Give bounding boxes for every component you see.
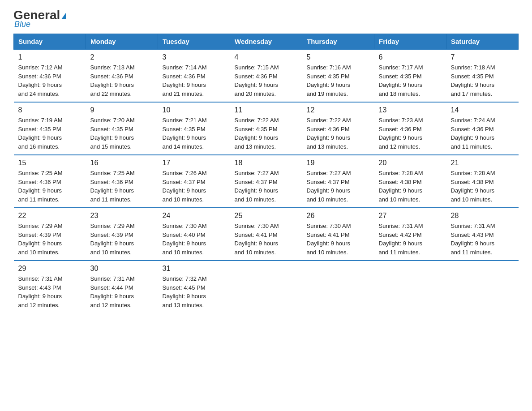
calendar-cell: 14 Sunrise: 7:24 AM Sunset: 4:36 PM Dayl… (446, 102, 519, 155)
day-number: 15 (18, 159, 82, 167)
day-info: Sunrise: 7:18 AM Sunset: 4:35 PM Dayligh… (451, 63, 514, 98)
day-info: Sunrise: 7:22 AM Sunset: 4:36 PM Dayligh… (307, 116, 370, 151)
day-info: Sunrise: 7:16 AM Sunset: 4:35 PM Dayligh… (307, 63, 370, 98)
calendar-cell (374, 261, 446, 313)
day-number: 8 (18, 106, 82, 114)
calendar-cell: 26 Sunrise: 7:30 AM Sunset: 4:41 PM Dayl… (302, 208, 374, 261)
day-info: Sunrise: 7:22 AM Sunset: 4:35 PM Dayligh… (235, 116, 298, 151)
weekday-header-wednesday: Wednesday (230, 34, 302, 50)
weekday-header-row: SundayMondayTuesdayWednesdayThursdayFrid… (14, 34, 519, 50)
logo-sub: Blue (14, 20, 30, 29)
calendar-cell: 30 Sunrise: 7:31 AM Sunset: 4:44 PM Dayl… (86, 261, 158, 313)
page-header: General Blue (13, 9, 519, 29)
calendar-cell: 18 Sunrise: 7:27 AM Sunset: 4:37 PM Dayl… (230, 155, 302, 208)
calendar-cell: 23 Sunrise: 7:29 AM Sunset: 4:39 PM Dayl… (86, 208, 158, 261)
day-number: 18 (235, 159, 298, 167)
week-row-5: 29 Sunrise: 7:31 AM Sunset: 4:43 PM Dayl… (14, 261, 519, 313)
day-info: Sunrise: 7:25 AM Sunset: 4:36 PM Dayligh… (18, 169, 82, 204)
day-number: 6 (379, 53, 442, 61)
weekday-header-sunday: Sunday (14, 34, 86, 50)
calendar-cell: 19 Sunrise: 7:27 AM Sunset: 4:37 PM Dayl… (302, 155, 374, 208)
day-info: Sunrise: 7:31 AM Sunset: 4:44 PM Dayligh… (90, 274, 154, 309)
day-info: Sunrise: 7:30 AM Sunset: 4:40 PM Dayligh… (163, 222, 226, 257)
calendar-cell: 6 Sunrise: 7:17 AM Sunset: 4:35 PM Dayli… (374, 49, 446, 102)
day-info: Sunrise: 7:17 AM Sunset: 4:35 PM Dayligh… (379, 63, 442, 98)
day-number: 5 (307, 53, 370, 61)
day-info: Sunrise: 7:15 AM Sunset: 4:36 PM Dayligh… (235, 63, 298, 98)
week-row-2: 8 Sunrise: 7:19 AM Sunset: 4:35 PM Dayli… (14, 102, 519, 155)
day-info: Sunrise: 7:32 AM Sunset: 4:45 PM Dayligh… (163, 274, 226, 309)
calendar-body: 1 Sunrise: 7:12 AM Sunset: 4:36 PM Dayli… (14, 49, 519, 313)
day-number: 27 (379, 212, 442, 220)
weekday-header-thursday: Thursday (302, 34, 374, 50)
weekday-header-monday: Monday (86, 34, 158, 50)
day-number: 16 (90, 159, 154, 167)
day-info: Sunrise: 7:31 AM Sunset: 4:43 PM Dayligh… (18, 274, 82, 309)
day-info: Sunrise: 7:24 AM Sunset: 4:36 PM Dayligh… (451, 116, 514, 151)
calendar-cell (230, 261, 302, 313)
day-info: Sunrise: 7:12 AM Sunset: 4:36 PM Dayligh… (18, 63, 82, 98)
calendar-cell: 15 Sunrise: 7:25 AM Sunset: 4:36 PM Dayl… (14, 155, 86, 208)
day-info: Sunrise: 7:31 AM Sunset: 4:43 PM Dayligh… (451, 222, 514, 257)
calendar-cell: 9 Sunrise: 7:20 AM Sunset: 4:35 PM Dayli… (86, 102, 158, 155)
day-number: 2 (90, 53, 154, 61)
calendar-cell: 31 Sunrise: 7:32 AM Sunset: 4:45 PM Dayl… (158, 261, 230, 313)
day-number: 19 (307, 159, 370, 167)
day-number: 20 (379, 159, 442, 167)
calendar-cell: 21 Sunrise: 7:28 AM Sunset: 4:38 PM Dayl… (446, 155, 519, 208)
calendar-cell: 13 Sunrise: 7:23 AM Sunset: 4:36 PM Dayl… (374, 102, 446, 155)
calendar-cell: 1 Sunrise: 7:12 AM Sunset: 4:36 PM Dayli… (14, 49, 86, 102)
calendar-cell: 20 Sunrise: 7:28 AM Sunset: 4:38 PM Dayl… (374, 155, 446, 208)
calendar-cell: 5 Sunrise: 7:16 AM Sunset: 4:35 PM Dayli… (302, 49, 374, 102)
calendar-cell (446, 261, 519, 313)
day-info: Sunrise: 7:28 AM Sunset: 4:38 PM Dayligh… (451, 169, 514, 204)
day-number: 28 (451, 212, 514, 220)
day-info: Sunrise: 7:26 AM Sunset: 4:37 PM Dayligh… (163, 169, 226, 204)
day-number: 30 (90, 265, 154, 273)
day-info: Sunrise: 7:14 AM Sunset: 4:36 PM Dayligh… (163, 63, 226, 98)
day-info: Sunrise: 7:23 AM Sunset: 4:36 PM Dayligh… (379, 116, 442, 151)
day-info: Sunrise: 7:31 AM Sunset: 4:42 PM Dayligh… (379, 222, 442, 257)
calendar-cell: 22 Sunrise: 7:29 AM Sunset: 4:39 PM Dayl… (14, 208, 86, 261)
calendar-cell: 16 Sunrise: 7:25 AM Sunset: 4:36 PM Dayl… (86, 155, 158, 208)
calendar-cell: 27 Sunrise: 7:31 AM Sunset: 4:42 PM Dayl… (374, 208, 446, 261)
day-info: Sunrise: 7:30 AM Sunset: 4:41 PM Dayligh… (307, 222, 370, 257)
week-row-4: 22 Sunrise: 7:29 AM Sunset: 4:39 PM Dayl… (14, 208, 519, 261)
week-row-1: 1 Sunrise: 7:12 AM Sunset: 4:36 PM Dayli… (14, 49, 519, 102)
calendar-cell: 4 Sunrise: 7:15 AM Sunset: 4:36 PM Dayli… (230, 49, 302, 102)
day-number: 31 (163, 265, 226, 273)
calendar-cell: 24 Sunrise: 7:30 AM Sunset: 4:40 PM Dayl… (158, 208, 230, 261)
calendar-cell: 25 Sunrise: 7:30 AM Sunset: 4:41 PM Dayl… (230, 208, 302, 261)
day-number: 7 (451, 53, 514, 61)
weekday-header-saturday: Saturday (446, 34, 519, 50)
logo: General Blue (13, 9, 66, 29)
day-info: Sunrise: 7:28 AM Sunset: 4:38 PM Dayligh… (379, 169, 442, 204)
day-number: 10 (163, 106, 226, 114)
day-info: Sunrise: 7:25 AM Sunset: 4:36 PM Dayligh… (90, 169, 154, 204)
weekday-header-tuesday: Tuesday (158, 34, 230, 50)
day-number: 12 (307, 106, 370, 114)
day-number: 25 (235, 212, 298, 220)
day-info: Sunrise: 7:30 AM Sunset: 4:41 PM Dayligh… (235, 222, 298, 257)
day-number: 21 (451, 159, 514, 167)
day-number: 3 (163, 53, 226, 61)
day-info: Sunrise: 7:19 AM Sunset: 4:35 PM Dayligh… (18, 116, 82, 151)
calendar-cell: 2 Sunrise: 7:13 AM Sunset: 4:36 PM Dayli… (86, 49, 158, 102)
day-number: 4 (235, 53, 298, 61)
day-number: 26 (307, 212, 370, 220)
calendar-cell: 8 Sunrise: 7:19 AM Sunset: 4:35 PM Dayli… (14, 102, 86, 155)
day-number: 24 (163, 212, 226, 220)
calendar-cell (302, 261, 374, 313)
day-info: Sunrise: 7:29 AM Sunset: 4:39 PM Dayligh… (90, 222, 154, 257)
calendar-cell: 3 Sunrise: 7:14 AM Sunset: 4:36 PM Dayli… (158, 49, 230, 102)
day-info: Sunrise: 7:29 AM Sunset: 4:39 PM Dayligh… (18, 222, 82, 257)
calendar-cell: 17 Sunrise: 7:26 AM Sunset: 4:37 PM Dayl… (158, 155, 230, 208)
day-number: 23 (90, 212, 154, 220)
day-number: 17 (163, 159, 226, 167)
day-info: Sunrise: 7:13 AM Sunset: 4:36 PM Dayligh… (90, 63, 154, 98)
calendar-cell: 10 Sunrise: 7:21 AM Sunset: 4:35 PM Dayl… (158, 102, 230, 155)
calendar-cell: 29 Sunrise: 7:31 AM Sunset: 4:43 PM Dayl… (14, 261, 86, 313)
calendar-header: SundayMondayTuesdayWednesdayThursdayFrid… (14, 34, 519, 50)
weekday-header-friday: Friday (374, 34, 446, 50)
calendar-cell: 28 Sunrise: 7:31 AM Sunset: 4:43 PM Dayl… (446, 208, 519, 261)
